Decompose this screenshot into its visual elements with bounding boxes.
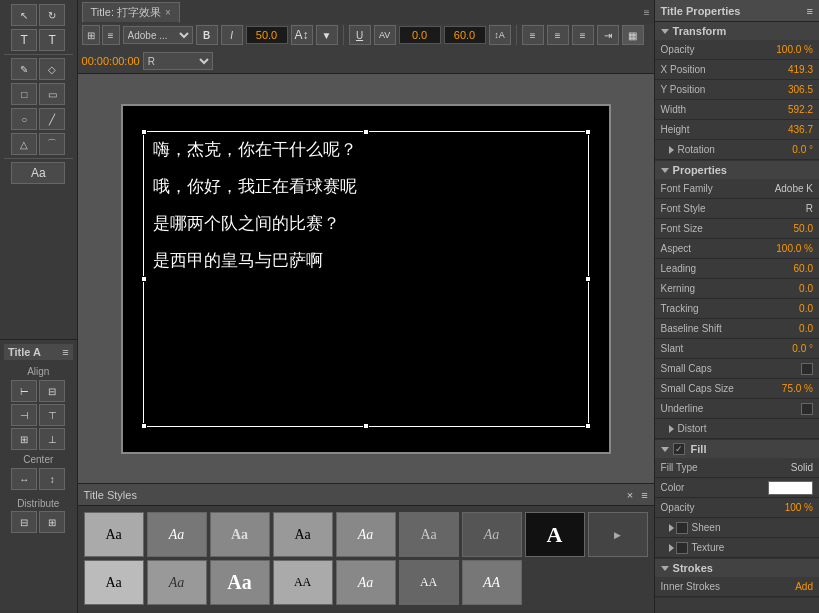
width-value[interactable]: 592.2	[758, 104, 813, 115]
x-position-value[interactable]: 419.3	[758, 64, 813, 75]
align-right-btn[interactable]: ≡	[572, 25, 594, 45]
opacity-value[interactable]: 100.0 %	[758, 44, 813, 55]
font-style-prop-value[interactable]: R	[758, 203, 813, 214]
rounded-rect-tool[interactable]: ▭	[39, 83, 65, 105]
add-stroke-btn[interactable]: Add	[795, 581, 813, 592]
rotation-value[interactable]: 0.0 °	[758, 144, 813, 155]
fill-opacity-value[interactable]: 100 %	[758, 502, 813, 513]
texture-checkbox[interactable]	[676, 542, 688, 554]
canvas-wrapper[interactable]: 嗨，杰克，你在干什么呢？ 哦，你好，我正在看球赛呢 是哪两个队之间的比赛？ 是西…	[78, 74, 654, 483]
sheen-checkbox[interactable]	[676, 522, 688, 534]
align-center-h[interactable]: ⊟	[39, 380, 65, 402]
font-size-input[interactable]	[246, 26, 288, 44]
align-top[interactable]: ⊤	[39, 404, 65, 426]
rotate-tool[interactable]: ↻	[39, 4, 65, 26]
font-size-prop-value[interactable]: 50.0	[758, 223, 813, 234]
panel-menu-icon[interactable]: ≡	[644, 7, 650, 18]
slant-value[interactable]: 0.0 °	[758, 343, 813, 354]
lead-btn[interactable]: ↕A	[489, 25, 511, 45]
style-tile-7[interactable]: Aa	[462, 512, 522, 557]
transform-header[interactable]: Transform	[655, 22, 819, 40]
toolbar-btn-1[interactable]: ⊞	[82, 25, 100, 45]
aspect-value[interactable]: 100.0 %	[758, 243, 813, 254]
properties-menu[interactable]: ≡	[807, 5, 813, 17]
ellipse-tool[interactable]: ○	[11, 108, 37, 130]
title-tab-close[interactable]: ×	[165, 7, 171, 18]
font-style-select[interactable]: R	[143, 52, 213, 70]
small-caps-checkbox[interactable]	[801, 363, 813, 375]
style-tile-5[interactable]: Aa	[336, 512, 396, 557]
tab-btn[interactable]: ⇥	[597, 25, 619, 45]
align-left[interactable]: ⊢	[11, 380, 37, 402]
text-tool[interactable]: T	[11, 29, 37, 51]
style-tile-r2-7[interactable]: AA	[462, 560, 522, 605]
style-tile-r2-3[interactable]: Aa	[210, 560, 270, 605]
lead-input[interactable]	[444, 26, 486, 44]
italic-btn[interactable]: I	[221, 25, 243, 45]
style-tile-r2-2[interactable]: Aa	[147, 560, 207, 605]
style-tile-8[interactable]: A	[525, 512, 585, 557]
leading-value[interactable]: 60.0	[758, 263, 813, 274]
align-center-v[interactable]: ⊞	[11, 428, 37, 450]
rect-tool[interactable]: □	[11, 83, 37, 105]
y-position-value[interactable]: 306.5	[758, 84, 813, 95]
kern-input[interactable]	[399, 26, 441, 44]
align-right[interactable]: ⊣	[11, 404, 37, 426]
style-tile-2[interactable]: Aa	[147, 512, 207, 557]
strokes-header[interactable]: Strokes	[655, 559, 819, 577]
distribute-v[interactable]: ⊞	[39, 511, 65, 533]
style-tile-1[interactable]: Aa	[84, 512, 144, 557]
small-caps-size-value[interactable]: 75.0 %	[758, 383, 813, 394]
anchor-tool[interactable]: ◇	[39, 58, 65, 80]
aa-tool[interactable]: Aa	[11, 162, 65, 184]
title-tab-active[interactable]: Title: 打字效果 ×	[82, 2, 180, 23]
font-size-icon[interactable]: A↕	[291, 25, 313, 45]
underline-btn[interactable]: U	[349, 25, 371, 45]
handle-bl[interactable]	[141, 423, 147, 429]
bold-btn[interactable]: B	[196, 25, 218, 45]
kern-btn[interactable]: AV	[374, 25, 396, 45]
vertical-text-tool[interactable]: T	[39, 29, 65, 51]
style-tile-r2-1[interactable]: Aa	[84, 560, 144, 605]
baseline-shift-value[interactable]: 0.0	[758, 323, 813, 334]
distribute-h[interactable]: ⊟	[11, 511, 37, 533]
canvas-area[interactable]: 嗨，杰克，你在干什么呢？ 哦，你好，我正在看球赛呢 是哪两个队之间的比赛？ 是西…	[121, 104, 611, 454]
center-v[interactable]: ↕	[39, 468, 65, 490]
center-h[interactable]: ↔	[11, 468, 37, 490]
font-family-select[interactable]: Adobe ...	[123, 26, 193, 44]
align-left-btn[interactable]: ≡	[522, 25, 544, 45]
kerning-value[interactable]: 0.0	[758, 283, 813, 294]
style-tile-r2-4[interactable]: AA	[273, 560, 333, 605]
style-btn[interactable]: ▦	[622, 25, 644, 45]
handle-br[interactable]	[585, 423, 591, 429]
toolbar-btn-2[interactable]: ≡	[102, 25, 120, 45]
title-styles-close[interactable]: ×	[627, 489, 633, 501]
handle-bc[interactable]	[363, 423, 369, 429]
canvas-line-4: 是西甲的皇马与巴萨啊	[153, 247, 579, 274]
wedge-tool[interactable]: △	[11, 133, 37, 155]
title-styles-menu[interactable]: ≡	[641, 489, 647, 501]
style-tile-r2-6[interactable]: AA	[399, 560, 459, 605]
font-size-down[interactable]: ▼	[316, 25, 338, 45]
fill-type-value[interactable]: Solid	[758, 462, 813, 473]
style-tile-6[interactable]: Aa	[399, 512, 459, 557]
style-tile-4[interactable]: Aa	[273, 512, 333, 557]
align-center-btn[interactable]: ≡	[547, 25, 569, 45]
props-header[interactable]: Properties	[655, 161, 819, 179]
font-family-prop-value[interactable]: Adobe K	[758, 183, 813, 194]
pen-tool[interactable]: ✎	[11, 58, 37, 80]
tracking-value[interactable]: 0.0	[758, 303, 813, 314]
arc-tool[interactable]: ⌒	[39, 133, 65, 155]
style-tile-3[interactable]: Aa	[210, 512, 270, 557]
select-tool[interactable]: ↖	[11, 4, 37, 26]
height-value[interactable]: 436.7	[758, 124, 813, 135]
underline-checkbox[interactable]	[801, 403, 813, 415]
line-tool[interactable]: ╱	[39, 108, 65, 130]
canvas-text[interactable]: 嗨，杰克，你在干什么呢？ 哦，你好，我正在看球赛呢 是哪两个队之间的比赛？ 是西…	[123, 106, 609, 315]
align-bottom[interactable]: ⊥	[39, 428, 65, 450]
style-tile-r2-5[interactable]: Aa	[336, 560, 396, 605]
fill-header[interactable]: ✓ Fill	[655, 440, 819, 458]
fill-color-swatch[interactable]	[768, 481, 813, 495]
fill-checkbox[interactable]: ✓	[673, 443, 685, 455]
style-tile-9[interactable]: ▶	[588, 512, 648, 557]
